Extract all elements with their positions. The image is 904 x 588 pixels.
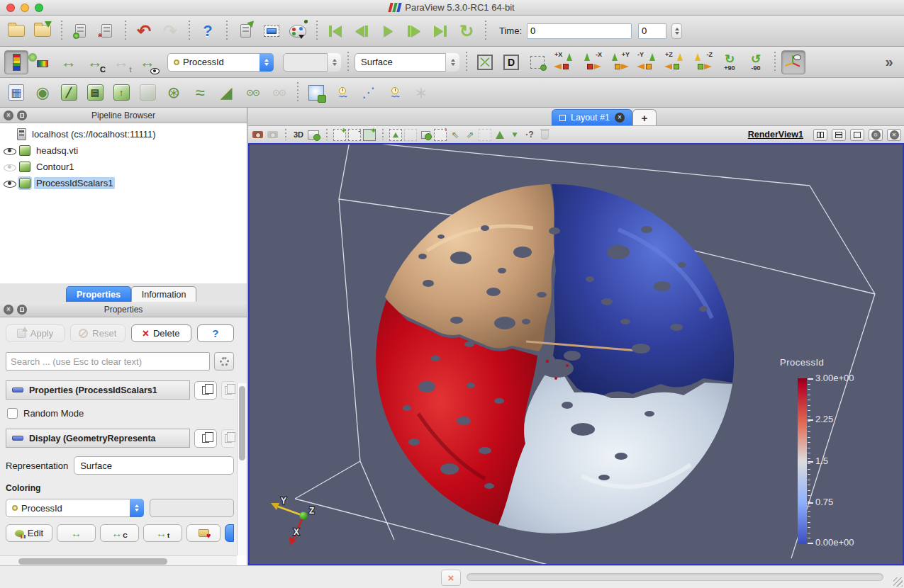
component-combo[interactable]: [283, 53, 341, 72]
coloring-array-combo[interactable]: ProcessId: [6, 499, 144, 517]
toolbar-overflow-button[interactable]: »: [878, 52, 900, 73]
set-solid-color-button[interactable]: [30, 50, 55, 74]
next-frame-button[interactable]: [402, 19, 426, 43]
color-palette-button[interactable]: [286, 19, 310, 43]
probe-location-button[interactable]: ∗: [409, 81, 433, 105]
abort-button[interactable]: ×: [441, 570, 461, 586]
auto-apply-button[interactable]: [233, 19, 257, 43]
maximize-view-button[interactable]: [850, 129, 864, 141]
search-options-button[interactable]: [214, 352, 234, 371]
plot-data-over-time-button[interactable]: ~~: [383, 81, 407, 105]
group-datasets-filter-button[interactable]: ⊙⊙: [240, 81, 264, 105]
edit-color-map-small-button[interactable]: Edit: [6, 524, 52, 542]
save-data-button[interactable]: [30, 19, 55, 43]
play-button[interactable]: [376, 19, 400, 43]
rotate-camera-ccw-button[interactable]: ↺ -90: [744, 50, 768, 74]
float-view-button[interactable]: ○: [869, 129, 883, 141]
open-file-button[interactable]: [4, 19, 28, 43]
link-camera-button[interactable]: [266, 129, 279, 141]
properties-vertical-scrollbar[interactable]: [237, 383, 247, 555]
shrink-selection-button[interactable]: [508, 129, 521, 141]
close-layout-icon[interactable]: ×: [615, 113, 625, 123]
properties-help-button[interactable]: ?: [197, 324, 235, 342]
copy-properties-button[interactable]: [194, 381, 217, 400]
clear-selection-button[interactable]: [538, 129, 551, 141]
clip-filter-button[interactable]: ╱: [57, 81, 81, 105]
disconnect-server-button[interactable]: *: [94, 19, 118, 43]
paste-display-button[interactable]: [221, 429, 234, 448]
minimize-window-button[interactable]: [21, 4, 29, 12]
camera-minus-y-button[interactable]: -Y: [635, 51, 660, 74]
undo-button[interactable]: ↶: [132, 19, 156, 43]
add-layout-tab[interactable]: +: [632, 109, 657, 125]
rescale-data-range-small-button[interactable]: ↔: [57, 524, 96, 542]
slice-filter-button[interactable]: ▤: [83, 81, 107, 105]
scrollbar-thumb[interactable]: [18, 558, 167, 565]
frame-index-input[interactable]: [638, 23, 666, 39]
zoom-window-button[interactable]: [35, 4, 43, 12]
representation-combo[interactable]: Surface: [355, 53, 459, 72]
adjust-camera-button[interactable]: [251, 129, 264, 141]
capture-screenshot-button[interactable]: [307, 129, 320, 141]
select-block-button[interactable]: [479, 129, 491, 141]
resize-grip[interactable]: [893, 577, 903, 587]
hover-points-button[interactable]: ⇗: [464, 129, 476, 141]
selection-help-button[interactable]: ·?: [523, 129, 536, 141]
pipeline-item-contour1[interactable]: Contour1: [0, 159, 247, 175]
show-scalar-bar-button[interactable]: [225, 524, 234, 542]
frame-stepper[interactable]: [671, 23, 682, 39]
color-array-combo[interactable]: ProcessId: [167, 53, 274, 72]
glyph-filter-button[interactable]: ⊛: [162, 81, 186, 105]
zoom-to-box-button[interactable]: [525, 50, 549, 74]
float-pipeline-dock-button[interactable]: [17, 111, 27, 120]
choose-preset-button[interactable]: [186, 524, 221, 542]
representation-select[interactable]: Surface: [74, 456, 234, 475]
properties-horizontal-scrollbar[interactable]: [0, 555, 237, 565]
search-input[interactable]: Search ... (use Esc to clear text): [6, 352, 210, 371]
toggle-interaction-mode-button[interactable]: 3D: [292, 129, 305, 141]
show-orientation-axes-button[interactable]: [781, 50, 805, 74]
extract-subset-filter-button[interactable]: [135, 81, 160, 105]
camera-plus-x-button[interactable]: +X: [552, 51, 577, 74]
warp-by-vector-filter-button[interactable]: ◢: [214, 81, 238, 105]
pipeline-item-server[interactable]: localhost (cs://localhost:11111): [0, 126, 247, 142]
hover-cells-button[interactable]: ⇖: [449, 129, 462, 141]
rotate-camera-cw-button[interactable]: ↻ +90: [718, 50, 742, 74]
data-query-button[interactable]: [260, 19, 284, 43]
reset-camera-button[interactable]: ⤫: [473, 50, 497, 74]
tab-information[interactable]: Information: [131, 286, 197, 302]
rescale-to-temporal-range-button[interactable]: ↔t: [109, 50, 133, 74]
random-mode-checkbox[interactable]: [7, 408, 18, 419]
edit-color-map-button[interactable]: [4, 50, 28, 74]
visibility-eye-icon[interactable]: [4, 178, 16, 188]
extract-selection-filter-button[interactable]: [304, 81, 328, 105]
rescale-to-visible-range-button[interactable]: ↔: [135, 50, 160, 74]
plot-over-line-button[interactable]: ⋰: [357, 81, 381, 105]
select-cells-through-button[interactable]: +: [363, 129, 376, 141]
contour-filter-button[interactable]: ◉: [30, 81, 55, 105]
visibility-eye-icon[interactable]: [4, 162, 16, 172]
last-frame-button[interactable]: [428, 19, 452, 43]
select-points-polygon-button[interactable]: :: [434, 129, 447, 141]
select-points-on-button[interactable]: -: [348, 129, 361, 141]
coloring-component-combo[interactable]: [150, 499, 234, 517]
rescale-to-custom-range-button[interactable]: ↔C: [83, 50, 107, 74]
time-value-input[interactable]: [527, 23, 632, 39]
display-section-header[interactable]: Display (GeometryRepresenta: [6, 429, 190, 448]
rescale-temporal-range-small-button[interactable]: ↔t: [143, 524, 182, 542]
select-points-through-button[interactable]: [389, 129, 402, 141]
select-cells-polygon-button[interactable]: [419, 129, 432, 141]
help-button[interactable]: ?: [196, 19, 220, 43]
visibility-eye-icon[interactable]: [4, 145, 16, 156]
delete-button[interactable]: ×Delete: [131, 324, 191, 342]
render-view-title[interactable]: RenderView1: [748, 130, 803, 140]
loop-button[interactable]: ↻: [454, 19, 479, 43]
extract-level-filter-button[interactable]: ⊙⊙: [267, 81, 291, 105]
plot-selection-over-time-button[interactable]: ~~: [330, 81, 355, 105]
stream-tracer-filter-button[interactable]: ≈: [188, 81, 212, 105]
tab-properties[interactable]: Properties: [66, 286, 131, 302]
apply-button[interactable]: Apply: [6, 324, 65, 342]
close-window-button[interactable]: [6, 4, 15, 12]
first-frame-button[interactable]: [323, 19, 347, 43]
paste-properties-button[interactable]: [221, 381, 234, 400]
